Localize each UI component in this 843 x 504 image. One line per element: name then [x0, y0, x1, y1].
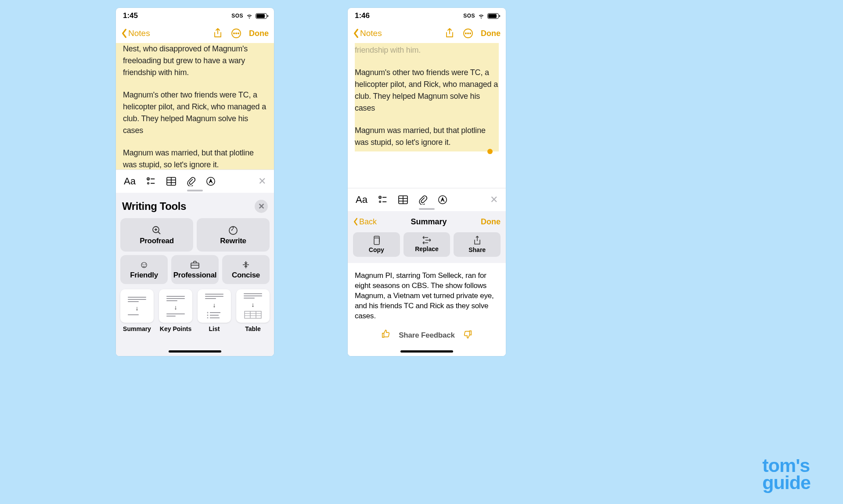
- smile-icon: ☺: [139, 259, 149, 271]
- note-content[interactable]: Nest, who disapproved of Magnum's freelo…: [116, 43, 274, 169]
- back-label: Notes: [360, 29, 382, 38]
- grabber[interactable]: [419, 208, 435, 210]
- replace-icon: [422, 236, 432, 245]
- svg-point-21: [465, 33, 466, 34]
- format-toolbar: Aa ✕: [348, 188, 506, 211]
- compress-icon: [241, 259, 251, 271]
- home-indicator[interactable]: [169, 350, 221, 353]
- thumbs-up-icon[interactable]: [381, 329, 391, 342]
- svg-point-23: [470, 33, 471, 34]
- proofread-button[interactable]: Proofread: [120, 218, 193, 252]
- format-toolbar: Aa ✕: [116, 169, 274, 193]
- note-paragraph: Magnum's other two friends were TC, a he…: [355, 67, 499, 114]
- arrow-down-icon: ↓: [213, 302, 216, 309]
- text-format-icon[interactable]: Aa: [356, 194, 367, 205]
- home-indicator[interactable]: [400, 350, 453, 353]
- copy-button[interactable]: Copy: [353, 232, 400, 257]
- table-card[interactable]: ↓ Table: [236, 289, 270, 333]
- button-label: Friendly: [130, 271, 158, 280]
- svg-point-1: [234, 33, 234, 34]
- svg-point-17: [207, 317, 209, 319]
- list-card[interactable]: ↓ List: [198, 289, 231, 333]
- button-label: Replace: [415, 245, 439, 252]
- replace-button[interactable]: Replace: [403, 232, 450, 257]
- wifi-icon: [246, 12, 253, 19]
- professional-button[interactable]: Professional: [171, 255, 219, 284]
- phone-right: 1:46 SOS Notes Done freeloading b: [348, 8, 506, 356]
- markup-icon[interactable]: [438, 195, 447, 205]
- svg-rect-27: [382, 202, 386, 202]
- battery-icon: [256, 13, 267, 19]
- friendly-button[interactable]: ☺ Friendly: [120, 255, 168, 284]
- done-button[interactable]: Done: [481, 217, 501, 227]
- thumbs-down-icon[interactable]: [463, 329, 472, 342]
- close-icon[interactable]: ✕: [490, 194, 498, 205]
- attachment-icon[interactable]: [418, 195, 427, 205]
- summary-card[interactable]: ↓ Summary: [120, 289, 154, 333]
- grabber[interactable]: [187, 190, 203, 191]
- markup-icon[interactable]: [206, 176, 216, 186]
- note-paragraph: Magnum's other two friends were TC, a he…: [123, 89, 267, 137]
- arrow-down-icon: ↓: [136, 305, 139, 312]
- back-button[interactable]: Back: [353, 217, 377, 227]
- svg-rect-18: [210, 317, 220, 318]
- nav-bar: Notes Done: [116, 24, 274, 43]
- more-icon[interactable]: [231, 28, 242, 39]
- button-label: Proofread: [140, 237, 174, 245]
- svg-rect-7: [151, 183, 155, 184]
- watermark: tom'sguide: [762, 457, 811, 492]
- card-label: Table: [245, 325, 261, 333]
- rewrite-icon: [228, 224, 238, 237]
- panel-title: Summary: [411, 217, 447, 227]
- svg-point-15: [207, 315, 209, 316]
- note-content[interactable]: freeloading but grew to have a wary frie…: [348, 43, 506, 188]
- concise-button[interactable]: Concise: [222, 255, 270, 284]
- svg-rect-12: [191, 263, 199, 268]
- button-label: Share: [468, 246, 486, 253]
- card-label: List: [209, 325, 220, 333]
- button-label: Concise: [232, 271, 260, 280]
- button-label: Professional: [173, 271, 216, 280]
- copy-icon: [372, 236, 381, 245]
- phone-left: 1:45 SOS Notes Done Nest, who disapprove…: [116, 8, 274, 356]
- checklist-icon[interactable]: [378, 195, 388, 205]
- checklist-icon[interactable]: [146, 176, 156, 186]
- close-icon[interactable]: ✕: [258, 176, 266, 187]
- writing-tools-panel: Writing Tools ✕ Proofread Rewrite ☺ Frie…: [116, 193, 274, 356]
- close-icon[interactable]: ✕: [255, 200, 268, 213]
- briefcase-icon: [190, 259, 200, 271]
- note-paragraph: Magnum was married, but that plotline wa…: [123, 147, 267, 169]
- card-label: Summary: [123, 325, 151, 333]
- rewrite-button[interactable]: Rewrite: [197, 218, 270, 252]
- summary-body: Magnum PI, starring Tom Selleck, ran for…: [348, 263, 506, 356]
- summary-text: Magnum PI, starring Tom Selleck, ran for…: [355, 271, 499, 321]
- svg-rect-19: [245, 311, 261, 318]
- sos-indicator: SOS: [463, 13, 475, 19]
- done-button[interactable]: Done: [249, 29, 269, 38]
- keypoints-card[interactable]: ↓ Key Points: [159, 289, 192, 333]
- share-icon[interactable]: [444, 28, 455, 39]
- feedback-label[interactable]: Share Feedback: [399, 331, 455, 341]
- svg-rect-25: [382, 197, 386, 198]
- card-label: Key Points: [160, 325, 191, 333]
- attachment-icon[interactable]: [187, 176, 195, 186]
- svg-rect-5: [151, 179, 155, 180]
- svg-point-6: [148, 183, 149, 184]
- back-label: Back: [359, 217, 377, 227]
- more-icon[interactable]: [462, 28, 474, 39]
- share-icon[interactable]: [212, 28, 223, 39]
- table-icon[interactable]: [398, 195, 408, 204]
- note-paragraph: Nest, who disapproved of Magnum's freelo…: [123, 43, 267, 79]
- nav-bar: Notes Done: [348, 24, 506, 43]
- svg-point-3: [238, 33, 239, 34]
- done-button[interactable]: Done: [481, 29, 501, 38]
- text-format-icon[interactable]: Aa: [124, 176, 136, 187]
- svg-rect-16: [210, 315, 219, 316]
- status-bar: 1:46 SOS: [348, 8, 506, 24]
- back-button[interactable]: Notes: [353, 29, 382, 38]
- table-icon[interactable]: [166, 177, 176, 186]
- share-button[interactable]: Share: [454, 232, 501, 257]
- selection-handle[interactable]: [487, 149, 493, 154]
- battery-icon: [487, 13, 499, 19]
- back-button[interactable]: Notes: [121, 29, 150, 38]
